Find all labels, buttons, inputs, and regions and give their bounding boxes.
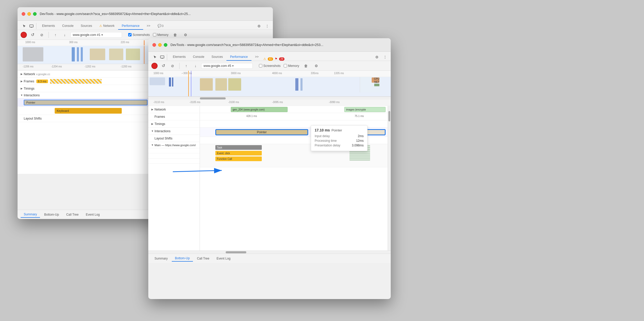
- close-button-2[interactable]: [152, 43, 156, 47]
- url-selector-1[interactable]: www.google.com #1 ▾: [70, 32, 122, 38]
- panel-spacer-1: [18, 122, 169, 174]
- settings-perf-icon-2[interactable]: ⚙: [313, 62, 320, 69]
- tab-elements-1[interactable]: Elements: [38, 22, 59, 30]
- tab-performance-1[interactable]: Performance: [118, 22, 143, 30]
- tab-performance-2[interactable]: Performance: [226, 53, 251, 61]
- v-scrollbar-thumb-2[interactable]: [388, 111, 390, 121]
- more-icon-1[interactable]: ⋮: [264, 22, 271, 30]
- clear-icon-1[interactable]: ⊘: [38, 31, 45, 38]
- maximize-button-2[interactable]: [164, 43, 167, 47]
- reload-icon-1[interactable]: ↺: [29, 31, 36, 38]
- cursor-icon-2[interactable]: [151, 53, 159, 61]
- reload-icon-2[interactable]: ↺: [160, 62, 167, 69]
- bottom-tab-bottomup-2[interactable]: Bottom-Up: [172, 255, 193, 262]
- panel-row-timings-1[interactable]: ▶ Timings: [18, 85, 169, 92]
- memory-checkbox-2[interactable]: Memory: [284, 64, 299, 68]
- top-time-ruler-2: 1000 ms ⌐300 ms 3000 ms 4000 ms 335ms 13…: [148, 71, 391, 77]
- v-scrollbar-2[interactable]: [388, 106, 391, 250]
- download-icon-2[interactable]: ↓: [192, 62, 199, 69]
- record-button-2[interactable]: [151, 63, 158, 69]
- trash-icon-1[interactable]: 🗑: [172, 31, 179, 38]
- record-button-1[interactable]: [21, 32, 27, 38]
- tab-more-2[interactable]: >>: [251, 53, 262, 61]
- event-click-bar-2: Event: click: [215, 151, 262, 155]
- bottom-tab-calltree-2[interactable]: Call Tree: [194, 256, 213, 261]
- settings-icon-2[interactable]: ⚙: [373, 53, 380, 61]
- expand-network-2[interactable]: ▶: [150, 107, 154, 112]
- labels-panel-2: ▶ Network ▶ Frames ▶ Timings ▼ Interacti…: [148, 106, 200, 250]
- bottom-tab-summary-2[interactable]: Summary: [151, 256, 171, 261]
- tr-3000: 3000 ms: [231, 72, 241, 75]
- scrollbar-thumb-bottom-2[interactable]: [226, 251, 246, 253]
- bottom-tab-bottomup-1[interactable]: Bottom-Up: [41, 212, 62, 217]
- more-icon-2[interactable]: ⋮: [381, 53, 389, 61]
- expand-main-2[interactable]: ▼: [150, 143, 154, 147]
- trash-icon-2[interactable]: 🗑: [302, 62, 309, 69]
- scrollbar-thumb-top-2[interactable]: [200, 97, 226, 99]
- function-call-bar-2: Function Call: [215, 156, 262, 161]
- expand-timings-2[interactable]: ▶: [150, 122, 154, 126]
- h-scrollbar-bottom-2[interactable]: [148, 250, 391, 254]
- tm-1204: -1204 ms: [51, 65, 62, 68]
- upload-icon-1[interactable]: ↑: [52, 31, 59, 38]
- panel-row-keyboard-1[interactable]: Keyboard: [18, 107, 169, 115]
- url-selector-2[interactable]: www.google.com #5 ▾: [201, 63, 253, 69]
- upload-icon-2[interactable]: ↑: [183, 62, 190, 69]
- screenshots-checkbox-1[interactable]: Screenshots: [128, 33, 150, 37]
- warning-icon-2: ⚠: [263, 57, 266, 61]
- download-icon-1[interactable]: ↓: [61, 31, 68, 38]
- tab-elements-2[interactable]: Elements: [169, 53, 189, 61]
- panel-row-layout-shifts-1[interactable]: ▶ Layout Shifts: [18, 115, 169, 122]
- panel-row-interactions-1[interactable]: ▼ Interactions: [18, 92, 169, 98]
- panel-row-main-2[interactable]: ▼ Main — https://www.google.com/: [148, 142, 200, 148]
- settings-perf-icon-1[interactable]: ⚙: [182, 31, 189, 38]
- traffic-lights-2: [152, 43, 167, 47]
- window-title-1: DevTools - www.google.com/search?sca_esv…: [40, 12, 269, 16]
- tab-more-1[interactable]: >>: [143, 22, 154, 30]
- tab-sources-1[interactable]: Sources: [77, 22, 96, 30]
- minimize-button-1[interactable]: [27, 12, 31, 16]
- panel-row-frames-2[interactable]: ▶ Frames: [148, 113, 200, 120]
- close-button-1[interactable]: [22, 12, 25, 16]
- bottom-tab-calltree-1[interactable]: Call Tree: [63, 212, 82, 217]
- minimize-button-2[interactable]: [158, 43, 162, 47]
- panel-row-pointer-1[interactable]: Pointer: [18, 98, 169, 107]
- screenshots-checkbox-2[interactable]: Screenshots: [259, 64, 281, 68]
- url-chevron-1: ▾: [101, 33, 103, 37]
- expand-interactions-2[interactable]: ▼: [150, 129, 154, 133]
- panel-row-layout-shifts-2[interactable]: ▶ Layout Shifts: [148, 135, 200, 142]
- tab-console-2[interactable]: Console: [189, 53, 208, 61]
- tr-1335: 1335 ms: [334, 72, 344, 75]
- tab-badge-1[interactable]: 💬 3: [154, 22, 167, 30]
- cursor-icon-1[interactable]: [21, 22, 28, 30]
- panel-row-frames-1[interactable]: ▶ Frames 8.3 ms: [18, 78, 169, 85]
- tab-network-1[interactable]: ⚠ Network: [96, 22, 118, 30]
- warning-badge-container: ⚠ 41: [263, 57, 273, 61]
- panel-row-interactions-2[interactable]: ▼ Interactions: [148, 128, 200, 135]
- tab-sources-2[interactable]: Sources: [208, 53, 226, 61]
- tooltip-input-label: Input delay: [315, 134, 330, 138]
- tm-1202: -1202 ms: [85, 65, 95, 68]
- expand-network-1[interactable]: ▶: [20, 72, 24, 76]
- panel-row-network-2[interactable]: ▶ Network: [148, 106, 200, 113]
- warning-icon-1: ⚠: [99, 24, 102, 28]
- bottom-tabs-2: Summary Bottom-Up Call Tree Event Log: [148, 254, 391, 263]
- panel-row-network-1[interactable]: ▶ Network v.google.cc search (ww: [18, 71, 169, 78]
- clear-icon-2[interactable]: ⊘: [169, 62, 176, 69]
- titlebar-1: DevTools - www.google.com/search?sca_esv…: [18, 7, 273, 21]
- expand-frames-1[interactable]: ▶: [20, 79, 24, 83]
- bottom-tab-eventlog-2[interactable]: Event Log: [214, 256, 234, 261]
- bottom-tab-eventlog-1[interactable]: Event Log: [83, 212, 103, 217]
- tooltip-2: 17.10 ms Pointer Input delay 2ms Process…: [311, 125, 368, 151]
- bottom-tab-summary-1[interactable]: Summary: [21, 212, 40, 218]
- h-scrollbar-top-2[interactable]: [148, 97, 391, 100]
- settings-icon-1[interactable]: ⚙: [255, 22, 263, 30]
- memory-checkbox-1[interactable]: Memory: [153, 33, 168, 37]
- device-icon-2[interactable]: [159, 53, 166, 61]
- panel-row-timings-2[interactable]: ▶ Timings: [148, 120, 200, 128]
- maximize-button-1[interactable]: [33, 12, 37, 16]
- tab-console-1[interactable]: Console: [59, 22, 77, 30]
- device-icon-1[interactable]: [28, 22, 35, 30]
- expand-interactions-1[interactable]: ▼: [20, 93, 24, 97]
- expand-timings-1[interactable]: ▶: [20, 87, 24, 91]
